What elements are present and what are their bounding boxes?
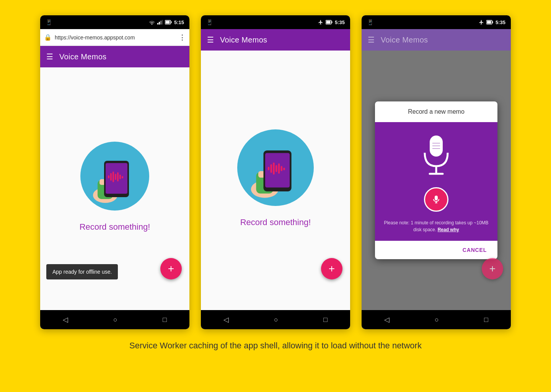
status-time-2: 5:35: [335, 20, 345, 25]
dialog-note: Please note: 1 minute of recording takes…: [383, 219, 490, 233]
svg-rect-14: [112, 172, 114, 182]
phone-2: 📱 5:35 ☰ Voice Memos: [201, 15, 350, 329]
status-bar-left-3: 📱: [367, 19, 373, 25]
svg-rect-2: [160, 21, 161, 24]
back-icon-2[interactable]: ◁: [223, 315, 229, 324]
home-icon-1[interactable]: ○: [113, 316, 117, 324]
back-icon-1[interactable]: ◁: [63, 315, 68, 324]
status-time-1: 5:15: [174, 20, 184, 25]
notification-icon-3: 📱: [367, 19, 373, 25]
notification-icon-2: 📱: [206, 19, 213, 25]
svg-rect-16: [117, 172, 119, 181]
svg-rect-29: [273, 163, 275, 175]
wifi-icon: [149, 20, 155, 24]
svg-rect-15: [115, 174, 116, 180]
record-label-2: Record something!: [240, 217, 311, 227]
phone1-content: Record something! App ready for offline …: [40, 67, 189, 310]
fab-button-1[interactable]: +: [160, 258, 182, 279]
svg-rect-36: [487, 21, 491, 24]
phone2-content: Record something! +: [201, 51, 350, 310]
svg-rect-32: [281, 166, 283, 172]
app-toolbar-3: ☰ Voice Memos: [362, 29, 511, 51]
status-bar-1: 📱: [40, 15, 189, 29]
plus-icon-1: +: [168, 263, 174, 275]
notification-icon: 📱: [46, 19, 52, 25]
cancel-button[interactable]: CANCEL: [460, 245, 490, 255]
airplane-icon-3: [479, 20, 484, 25]
phone-1: 📱: [40, 15, 189, 329]
recents-icon-1[interactable]: □: [163, 316, 167, 324]
phone-illustration-2: [241, 133, 310, 202]
svg-rect-0: [157, 23, 158, 24]
mic-small-icon: [432, 195, 441, 204]
dialog-actions: CANCEL: [375, 241, 497, 259]
svg-rect-30: [276, 165, 277, 172]
airplane-icon: [318, 20, 323, 25]
status-bar-left-2: 📱: [206, 19, 213, 25]
dialog-note-text: Please note: 1 minute of recording takes…: [384, 220, 488, 232]
svg-rect-26: [265, 153, 290, 188]
dialog-body: Please note: 1 minute of recording takes…: [375, 122, 497, 241]
illustration-circle-1: [80, 142, 149, 211]
status-bar-2: 📱 5:35: [201, 15, 350, 29]
nav-bar-3: ◁ ○ □: [362, 310, 511, 329]
status-bar-right-2: 5:35: [318, 20, 345, 25]
app-toolbar-2: ☰ Voice Memos: [201, 29, 350, 51]
svg-rect-1: [159, 22, 160, 24]
snackbar: App ready for offline use.: [46, 264, 118, 279]
phones-container: 📱: [11, 15, 540, 329]
fab-button-3[interactable]: +: [482, 258, 503, 279]
svg-rect-33: [283, 168, 285, 170]
svg-rect-43: [435, 196, 438, 200]
status-bar-3: 📱 5:35: [362, 15, 511, 29]
svg-rect-35: [492, 21, 493, 23]
recents-icon-3[interactable]: □: [484, 316, 488, 324]
svg-rect-21: [326, 21, 330, 24]
battery-icon-2: [326, 20, 333, 24]
status-bar-left-icons: 📱: [46, 19, 52, 25]
read-why-link[interactable]: Read why: [438, 227, 459, 232]
fab-button-2[interactable]: +: [321, 258, 342, 279]
plus-icon-3: +: [489, 263, 496, 275]
svg-rect-20: [331, 21, 332, 23]
svg-rect-17: [119, 175, 121, 179]
svg-rect-28: [271, 164, 272, 173]
page-caption: Service Worker caching of the app shell,…: [129, 340, 422, 352]
status-bar-right-3: 5:35: [479, 20, 505, 25]
record-button[interactable]: [424, 187, 448, 212]
svg-rect-27: [268, 167, 270, 170]
battery-icon: [165, 20, 172, 24]
dialog-title: Record a new memo: [375, 101, 497, 122]
home-icon-2[interactable]: ○: [274, 316, 278, 324]
hamburger-menu-icon-2[interactable]: ☰: [207, 35, 214, 44]
more-options-icon[interactable]: ⋮: [179, 33, 186, 42]
app-title-3: Voice Memos: [381, 36, 428, 44]
phone-illustration-1: [84, 145, 145, 207]
home-icon-3[interactable]: ○: [435, 316, 439, 324]
url-bar[interactable]: 🔒 https://voice-memos.appspot.com ⋮: [40, 29, 189, 46]
phone-3: 📱 5:35 ☰ Voice Memos Recor: [362, 15, 511, 329]
status-time-3: 5:35: [496, 20, 505, 25]
svg-rect-11: [106, 163, 127, 194]
plus-icon-2: +: [329, 263, 335, 275]
lock-icon: 🔒: [44, 34, 52, 41]
url-text: https://voice-memos.appspot.com: [55, 34, 176, 41]
svg-rect-31: [278, 163, 280, 174]
recents-icon-2[interactable]: □: [323, 316, 328, 324]
microphone-large-icon: [419, 134, 453, 180]
battery-icon-3: [486, 20, 493, 24]
app-toolbar-1: ☰ Voice Memos: [40, 46, 189, 67]
hamburger-menu-icon-3[interactable]: ☰: [368, 35, 375, 44]
hamburger-menu-icon[interactable]: ☰: [46, 52, 53, 61]
svg-rect-3: [162, 20, 163, 24]
record-label-1: Record something!: [80, 222, 150, 232]
status-bar-right: 5:15: [149, 20, 184, 25]
signal-icon: [157, 20, 163, 24]
back-icon-3[interactable]: ◁: [384, 315, 390, 324]
svg-rect-12: [108, 175, 109, 178]
svg-rect-18: [122, 176, 123, 178]
nav-bar-2: ◁ ○ □: [201, 310, 350, 329]
illustration-circle-2: [237, 129, 314, 206]
snackbar-text: App ready for offline use.: [52, 269, 112, 275]
app-title-2: Voice Memos: [220, 36, 267, 44]
